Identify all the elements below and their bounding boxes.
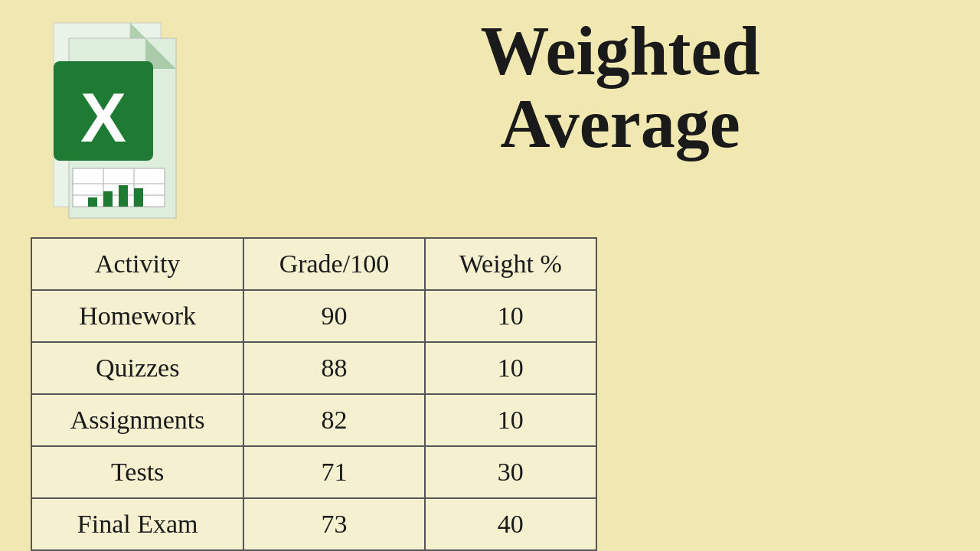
cell-grade: 88 xyxy=(243,342,424,394)
cell-activity: Tests xyxy=(31,446,243,498)
cell-weight: 10 xyxy=(425,342,596,394)
table-row: Assignments8210 xyxy=(31,394,596,446)
col-header-weight: Weight % xyxy=(425,238,596,290)
svg-text:X: X xyxy=(80,80,126,156)
cell-weight: 10 xyxy=(425,394,596,446)
svg-rect-13 xyxy=(103,191,113,207)
svg-rect-15 xyxy=(134,188,143,207)
table-row: Final Exam7340 xyxy=(31,498,596,550)
col-header-activity: Activity xyxy=(31,238,243,290)
svg-rect-14 xyxy=(119,185,128,207)
col-header-grade: Grade/100 xyxy=(243,238,424,290)
cell-activity: Quizzes xyxy=(31,342,243,394)
table-row: Tests7130 xyxy=(31,446,596,498)
excel-icon: X xyxy=(31,15,199,222)
cell-weight: 30 xyxy=(425,446,596,498)
cell-activity: Assignments xyxy=(31,394,243,446)
table-row: Homework9010 xyxy=(31,290,596,342)
cell-grade: 71 xyxy=(243,446,424,498)
cell-weight: 40 xyxy=(425,498,596,550)
svg-rect-12 xyxy=(88,197,97,207)
cell-weight: 10 xyxy=(425,290,596,342)
page-title: Weighted Average xyxy=(276,15,965,160)
cell-grade: 90 xyxy=(243,290,424,342)
table-row: Quizzes8810 xyxy=(31,342,596,394)
cell-activity: Homework xyxy=(31,290,243,342)
data-table: Activity Grade/100 Weight % Homework9010… xyxy=(31,237,597,551)
cell-grade: 73 xyxy=(243,498,424,550)
cell-grade: 82 xyxy=(243,394,424,446)
cell-activity: Final Exam xyxy=(31,498,243,550)
